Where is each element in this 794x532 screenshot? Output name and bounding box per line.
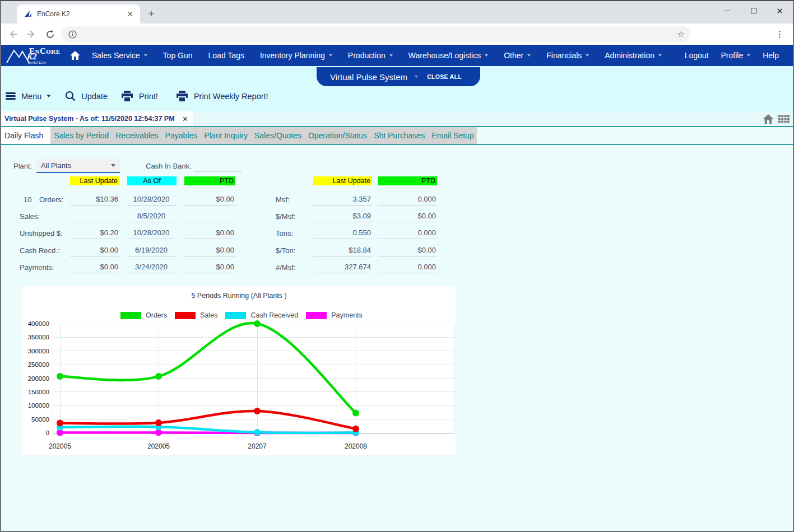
tab-close-icon[interactable]: ✕ [124, 10, 136, 18]
nav-profile[interactable]: Profile [715, 51, 757, 60]
nav-financials[interactable]: Financials [538, 51, 597, 60]
dollar-msf-ptd-field[interactable]: $0.00 [378, 211, 437, 222]
nav-production[interactable]: Production [340, 51, 401, 60]
bookmark-star-icon[interactable]: ☆ [677, 29, 685, 39]
tab-title: EnCore K2 [37, 10, 124, 18]
svg-text:100000: 100000 [28, 402, 49, 409]
svg-text:20207: 20207 [248, 442, 267, 450]
browser-toolbar: ☆ ⋮ [1, 24, 793, 45]
home-button[interactable] [69, 50, 81, 60]
subtab-sales-quotes[interactable]: Sales/Quotes [251, 127, 305, 144]
subtab-sales-by-period[interactable]: Sales by Period [50, 127, 112, 144]
browser-menu-icon[interactable]: ⋮ [776, 29, 784, 39]
msf-last-update-field[interactable]: 3.357 [313, 194, 372, 206]
nav-load-tags[interactable]: Load Tags [201, 51, 252, 60]
maximize-button[interactable] [740, 1, 767, 20]
chart-panel: 5 Periods Running (All Plants ) OrdersSa… [22, 286, 456, 455]
printer-icon [176, 91, 188, 101]
dropdown-arrow-icon [111, 164, 115, 167]
column-header-last-update: Last Update [313, 176, 372, 185]
browser-tab[interactable]: EnCore K2 ✕ [17, 4, 140, 24]
new-tab-button[interactable]: + [146, 9, 157, 20]
subtab-bar: Daily Flash Sales by Period Receivables … [1, 127, 793, 145]
menu-button[interactable]: Menu [21, 92, 41, 101]
plant-select[interactable]: All Plants [36, 159, 120, 173]
subtab-plant-inquiry[interactable]: Plant Inquiry [201, 127, 251, 144]
column-header-last-update: Last Update [70, 176, 119, 185]
svg-text:250000: 250000 [28, 361, 49, 368]
document-tab[interactable]: Virtual Pulse System - As of: 11/5/2020 … [1, 111, 193, 126]
hamburger-icon[interactable] [6, 91, 16, 101]
forward-button[interactable] [25, 27, 38, 41]
column-header-ptd: PTD [184, 176, 235, 185]
table-row-dollar-ton: $/Ton: $18.84 $0.00 [1, 245, 793, 256]
subtab-daily-flash[interactable]: Daily Flash [1, 127, 50, 144]
svg-text:350000: 350000 [28, 334, 49, 340]
dollar-msf-last-update-field[interactable]: $3.09 [313, 211, 372, 222]
minimize-button[interactable] [714, 1, 740, 20]
close-all-button[interactable]: CLOSE ALL [427, 73, 462, 80]
svg-text:200000: 200000 [28, 375, 49, 382]
lb-msf-last-update-field[interactable]: 327.674 [313, 262, 372, 273]
subtab-email-setup[interactable]: Email Setup [428, 127, 477, 144]
nav-administration[interactable]: Administration [597, 51, 670, 60]
nav-warehouse-logistics[interactable]: Warehouse/Logistics [401, 51, 496, 60]
tons-ptd-field[interactable]: 0.000 [378, 227, 437, 239]
update-button[interactable]: Update [81, 92, 108, 101]
menu-caret-icon [47, 95, 51, 97]
svg-text:50000: 50000 [31, 416, 49, 423]
nav-other[interactable]: Other [496, 51, 538, 60]
browser-window: EnCore K2 ✕ + ✕ ☆ ⋮ EnCore [0, 0, 794, 532]
dollar-ton-last-update-field[interactable]: $18.84 [313, 245, 372, 256]
plant-label: Plant: [13, 162, 32, 170]
home-icon[interactable] [762, 114, 774, 124]
search-icon [65, 91, 76, 101]
subtab-sht-purchases[interactable]: Sht Purchases [370, 127, 428, 144]
nav-inventory-planning[interactable]: Inventory Planning [252, 51, 340, 60]
favicon-encore-icon [24, 10, 32, 18]
encore-logo: EnCore K2 byAMTECH [6, 45, 63, 66]
table-row-tons: Tons: 0.550 0.000 [1, 227, 793, 239]
daily-flash-panel: Plant: All Plants Cash In Bank: Last Upd… [1, 145, 793, 531]
tons-last-update-field[interactable]: 0.550 [313, 227, 372, 239]
svg-text:150000: 150000 [28, 389, 49, 395]
cash-in-bank-label: Cash In Bank: [146, 162, 192, 170]
table-row-msf: Msf: 3.357 0.000 [1, 194, 793, 206]
info-icon[interactable] [68, 30, 77, 39]
back-button[interactable] [6, 27, 20, 41]
subtab-payables[interactable]: Payables [162, 127, 201, 144]
refresh-button[interactable] [43, 27, 57, 41]
msf-ptd-field[interactable]: 0.000 [378, 194, 437, 206]
svg-text:202008: 202008 [345, 442, 367, 450]
svg-text:0: 0 [46, 430, 49, 436]
nav-top-gun[interactable]: Top Gun [155, 51, 201, 60]
subtab-receivables[interactable]: Receivables [112, 127, 161, 144]
table-row-dollar-msf: $/Msf: $3.09 $0.00 [1, 211, 793, 222]
print-weekly-button[interactable]: Print Weekly Report! [194, 92, 268, 101]
nav-logout[interactable]: Logout [679, 51, 715, 60]
browser-tabstrip: EnCore K2 ✕ + ✕ [1, 1, 793, 24]
app-navbar: EnCore K2 byAMTECH Sales Service Top Gun… [1, 45, 793, 66]
svg-text:400000: 400000 [28, 320, 49, 327]
address-bar[interactable]: ☆ [62, 26, 690, 42]
document-tab-close-icon[interactable]: ✕ [182, 115, 188, 123]
svg-text:300000: 300000 [28, 348, 49, 354]
grid-icon[interactable] [778, 115, 790, 124]
subtab-operation-status[interactable]: Operation/Status [305, 127, 370, 144]
cash-in-bank-field[interactable] [194, 159, 242, 172]
pulse-system-tab[interactable]: Virtual Pulse System CLOSE ALL [317, 67, 480, 86]
nav-right: Logout Profile Help [679, 51, 785, 60]
lb-msf-ptd-field[interactable]: 0.000 [378, 262, 437, 273]
table-row-lb-msf: #/Msf: 327.674 0.000 [1, 262, 793, 273]
nav-sales-service[interactable]: Sales Service [84, 51, 155, 60]
column-header-ptd: PTD [378, 176, 437, 185]
nav-menu: Sales Service Top Gun Load Tags Inventor… [84, 51, 670, 60]
nav-help[interactable]: Help [756, 51, 785, 60]
dollar-ton-ptd-field[interactable]: $0.00 [378, 245, 437, 256]
print-button[interactable]: Print! [139, 92, 158, 101]
printer-icon [121, 91, 133, 101]
document-tab-row: Virtual Pulse System - As of: 11/5/2020 … [1, 111, 793, 127]
pill-caret-icon[interactable] [415, 76, 418, 78]
action-bar: Menu Update Print! Print Weekly Report! [1, 91, 268, 101]
close-button[interactable]: ✕ [767, 1, 793, 20]
